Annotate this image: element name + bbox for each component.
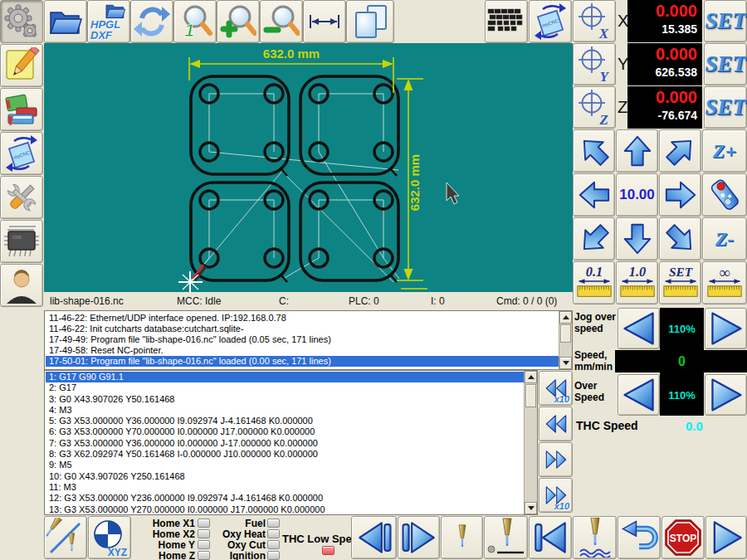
gcode-line-selected[interactable]: 1: G17 G90 G91.1 [46, 372, 524, 382]
gcode-line[interactable]: 7: G3 X53.000000 Y36.000000 I0.000000 J-… [46, 438, 524, 449]
toolpath-preview[interactable]: 632.0 mm 632.0 mm [44, 43, 573, 292]
gcode-line[interactable]: 6: G3 X53.000000 Y70.000000 I0.000000 J1… [46, 426, 524, 437]
tools-settings-button[interactable] [0, 176, 43, 219]
ruler-icon: SET [662, 264, 700, 302]
gcode-line[interactable]: 9: M5 [46, 460, 524, 470]
over-speed-decrease-button[interactable] [618, 374, 660, 416]
jog-step-set-button[interactable]: SET [659, 261, 701, 304]
jog-step-0_1-button[interactable]: 0.1 [573, 261, 615, 304]
reload-program-button[interactable] [130, 0, 173, 43]
log-line[interactable]: 11-46-22: Ethernet/UDP interface opened.… [46, 313, 559, 324]
gcode-line[interactable]: 13: G3 X53.000000 Y270.000000 I0.000000 … [46, 504, 524, 515]
svg-text:X: X [598, 26, 609, 40]
gcode-line[interactable]: 4: M3 [46, 405, 524, 416]
settings-button[interactable] [0, 0, 43, 43]
gcode-scroll-thumb[interactable] [525, 384, 536, 407]
jog-step-1_0-button[interactable]: 1.0 [616, 261, 658, 304]
notepad-pencil-icon [3, 47, 40, 84]
jog-z-plus-button[interactable]: Z+ [702, 129, 747, 173]
start-run-button[interactable] [706, 516, 747, 559]
gcode-line[interactable]: 3: G0 X43.907026 Y50.161468 [46, 394, 524, 405]
step-forward-icon [399, 519, 439, 557]
log-scroll-thumb[interactable] [560, 324, 571, 343]
gcode-line[interactable]: 5: G3 X53.000000 Y36.000000 I9.092974 J-… [46, 416, 524, 426]
jog-step-continuous-button[interactable]: ∞ [702, 261, 747, 304]
set-x-button[interactable]: SET [704, 0, 747, 42]
jog-down-right-button[interactable] [659, 217, 701, 261]
user-profile-button[interactable] [0, 264, 43, 307]
gcode-line[interactable]: 8: G3 X62.092974 Y50.161468 I-0.000000 J… [46, 449, 524, 460]
log-line[interactable]: 17-49-49: Program file "lib-shape-016.nc… [46, 334, 559, 345]
double-chevron-right-icon [540, 446, 572, 473]
gcode-line[interactable]: 10: G0 X43.907026 Y250.161468 [46, 471, 524, 482]
stop-label: STOP [670, 533, 696, 544]
ruler-icon: ∞ [706, 264, 744, 302]
zoom-out-button[interactable] [260, 0, 303, 43]
open-file-button[interactable] [44, 0, 87, 43]
jog-right-button[interactable] [659, 173, 701, 217]
zoom-fit-button[interactable]: 1 [173, 0, 217, 43]
jog-up-right-button[interactable] [659, 129, 701, 173]
copy-view-button[interactable] [346, 0, 394, 43]
jog-up-left-button[interactable] [573, 129, 615, 173]
simulation-mode-button[interactable] [44, 516, 87, 559]
zoom-in-button[interactable] [217, 0, 260, 43]
zoom-fit-icon: 1 [177, 3, 213, 40]
fuel-label: Fuel [211, 518, 266, 529]
log-scroll-down-button[interactable] [559, 357, 572, 369]
over-speed-decrease-x10-button[interactable]: x10 [539, 371, 573, 406]
home-x2-led [198, 529, 210, 538]
edit-program-button[interactable] [0, 44, 43, 87]
books-icon [3, 91, 40, 128]
measure-button[interactable] [303, 0, 346, 43]
over-speed-increase-x1-button[interactable] [539, 442, 573, 477]
arrow-up-right-icon [663, 134, 698, 168]
zero-x-button[interactable]: X [573, 0, 616, 42]
pierce-cut-button[interactable] [573, 516, 617, 559]
home-xyz-button[interactable]: XYZ [88, 516, 131, 559]
jog-up-button[interactable] [616, 129, 658, 173]
jog-step-display[interactable]: 10.00 [616, 173, 658, 217]
log-line-selected[interactable]: 17-50-01: Program file "lib-shape-016.nc… [46, 356, 559, 367]
rotate-screen-button[interactable]: myCNC [529, 0, 572, 43]
hardware-plc-button[interactable]: IO05 [0, 220, 43, 263]
step-back-button[interactable] [351, 516, 397, 559]
axis-z-label: Z [618, 98, 627, 117]
gcode-line[interactable]: 12: G3 X53.000000 Y236.000000 I9.092974 … [46, 493, 524, 504]
dro-z-machine: -76.674 [658, 109, 697, 122]
over-speed-increase-x10-button[interactable]: x10 [539, 478, 573, 513]
gcode-scroll-down-button[interactable] [525, 502, 537, 514]
svg-text:0.1: 0.1 [585, 264, 602, 280]
import-hpgl-dxf-button[interactable]: HPGLDXF [87, 0, 130, 43]
torch-test-button[interactable] [441, 516, 483, 559]
log-line[interactable]: 17-49-58: Reset NC-pointer. [46, 345, 559, 356]
rotate-workpiece-button[interactable]: myCNC [0, 132, 43, 175]
step-forward-button[interactable] [398, 516, 440, 559]
virtual-keyboard-button[interactable] [485, 0, 528, 43]
gcode-line[interactable]: 2: G17 [46, 382, 524, 393]
zero-z-button[interactable]: Z [573, 86, 616, 129]
stop-button[interactable]: STOP [662, 516, 705, 559]
jog-over-speed-decrease-button[interactable] [618, 308, 660, 349]
jog-z-minus-button[interactable]: Z- [702, 217, 747, 261]
measure-icon [306, 3, 343, 40]
jog-down-button[interactable] [616, 217, 658, 261]
over-speed-increase-button[interactable] [705, 374, 747, 416]
jog-down-left-button[interactable] [573, 217, 615, 261]
set-y-button[interactable]: SET [704, 43, 747, 85]
jog-over-speed-increase-button[interactable] [705, 308, 747, 349]
zero-y-button[interactable]: Y [573, 43, 616, 85]
back-to-path-button[interactable] [618, 516, 661, 559]
gcode-line[interactable]: 11: M3 [46, 482, 524, 493]
rewind-to-start-button[interactable] [529, 516, 572, 559]
rotate-square-icon: myCNC [2, 134, 41, 173]
over-speed-decrease-x1-button[interactable] [539, 407, 573, 441]
remote-control-button[interactable] [702, 173, 747, 217]
gcode-scroll-up-button[interactable] [525, 371, 537, 383]
library-button[interactable] [0, 88, 43, 131]
set-z-button[interactable]: SET [704, 86, 747, 129]
log-line[interactable]: 11-46-22: Init cutcharts database:cutcha… [46, 324, 559, 334]
log-scroll-up-button[interactable] [559, 311, 572, 324]
jog-left-button[interactable] [573, 173, 615, 217]
probe-material-button[interactable] [484, 516, 528, 559]
